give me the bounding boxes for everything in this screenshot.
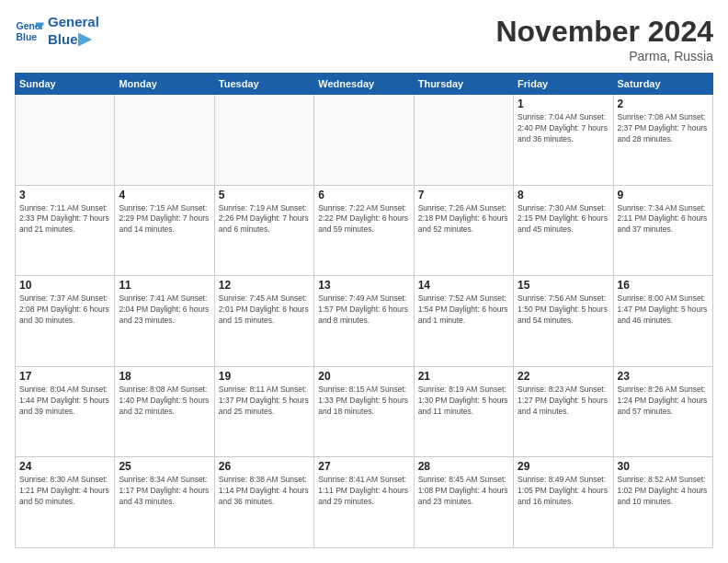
calendar-cell-w3-d5: 14Sunrise: 7:52 AM Sunset: 1:54 PM Dayli… [414, 276, 513, 367]
calendar-cell-w1-d5 [414, 95, 513, 186]
calendar-cell-w5-d7: 30Sunrise: 8:52 AM Sunset: 1:02 PM Dayli… [613, 457, 712, 548]
day-info: Sunrise: 7:22 AM Sunset: 2:22 PM Dayligh… [318, 203, 409, 236]
calendar-cell-w2-d3: 5Sunrise: 7:19 AM Sunset: 2:26 PM Daylig… [214, 185, 313, 276]
week-row-3: 10Sunrise: 7:37 AM Sunset: 2:08 PM Dayli… [16, 276, 713, 367]
day-info: Sunrise: 8:19 AM Sunset: 1:30 PM Dayligh… [418, 385, 509, 418]
svg-text:Blue: Blue [17, 32, 38, 42]
day-number: 18 [119, 370, 210, 383]
calendar-cell-w2-d1: 3Sunrise: 7:11 AM Sunset: 2:33 PM Daylig… [16, 185, 115, 276]
day-number: 2 [618, 98, 709, 110]
logo-text-line1: General [48, 15, 99, 30]
calendar-cell-w2-d7: 9Sunrise: 7:34 AM Sunset: 2:11 PM Daylig… [613, 185, 712, 276]
header-sunday: Sunday [16, 74, 115, 95]
day-info: Sunrise: 7:37 AM Sunset: 2:08 PM Dayligh… [19, 293, 110, 327]
calendar-cell-w3-d2: 11Sunrise: 7:41 AM Sunset: 2:04 PM Dayli… [115, 276, 214, 367]
calendar-cell-w5-d5: 28Sunrise: 8:45 AM Sunset: 1:08 PM Dayli… [414, 457, 513, 548]
day-number: 11 [119, 279, 210, 292]
day-info: Sunrise: 8:38 AM Sunset: 1:14 PM Dayligh… [219, 475, 310, 508]
day-number: 4 [119, 189, 210, 201]
week-row-5: 24Sunrise: 8:30 AM Sunset: 1:21 PM Dayli… [16, 457, 713, 548]
header: General Blue General Blue▶ November 2024… [15, 15, 713, 63]
day-number: 29 [518, 460, 609, 473]
calendar-cell-w3-d4: 13Sunrise: 7:49 AM Sunset: 1:57 PM Dayli… [314, 276, 414, 367]
day-number: 16 [618, 279, 709, 292]
day-number: 23 [618, 370, 709, 383]
day-number: 5 [219, 189, 310, 201]
day-number: 10 [19, 279, 110, 292]
day-number: 24 [19, 460, 110, 473]
day-number: 21 [418, 370, 509, 383]
calendar-cell-w4-d7: 23Sunrise: 8:26 AM Sunset: 1:24 PM Dayli… [613, 366, 712, 457]
day-info: Sunrise: 7:45 AM Sunset: 2:01 PM Dayligh… [219, 293, 310, 327]
day-info: Sunrise: 8:49 AM Sunset: 1:05 PM Dayligh… [518, 475, 609, 508]
day-info: Sunrise: 7:11 AM Sunset: 2:33 PM Dayligh… [19, 203, 110, 236]
day-number: 3 [19, 189, 110, 201]
day-number: 14 [418, 279, 509, 292]
day-number: 8 [518, 189, 609, 201]
calendar-cell-w5-d4: 27Sunrise: 8:41 AM Sunset: 1:11 PM Dayli… [314, 457, 414, 548]
calendar-cell-w1-d2 [115, 95, 214, 186]
calendar-cell-w2-d5: 7Sunrise: 7:26 AM Sunset: 2:18 PM Daylig… [414, 185, 513, 276]
day-info: Sunrise: 8:08 AM Sunset: 1:40 PM Dayligh… [119, 385, 210, 418]
day-info: Sunrise: 8:52 AM Sunset: 1:02 PM Dayligh… [618, 475, 709, 508]
logo-icon: General Blue [15, 17, 44, 46]
day-info: Sunrise: 8:23 AM Sunset: 1:27 PM Dayligh… [518, 385, 609, 418]
day-number: 1 [518, 98, 609, 110]
calendar-cell-w5-d2: 25Sunrise: 8:34 AM Sunset: 1:17 PM Dayli… [115, 457, 214, 548]
header-thursday: Thursday [414, 74, 513, 95]
calendar-cell-w4-d4: 20Sunrise: 8:15 AM Sunset: 1:33 PM Dayli… [314, 366, 414, 457]
logo-text-line2: Blue▶ [48, 30, 99, 49]
header-saturday: Saturday [613, 74, 712, 95]
day-info: Sunrise: 8:00 AM Sunset: 1:47 PM Dayligh… [618, 293, 709, 327]
header-friday: Friday [514, 74, 613, 95]
day-info: Sunrise: 7:19 AM Sunset: 2:26 PM Dayligh… [219, 203, 310, 236]
calendar: Sunday Monday Tuesday Wednesday Thursday… [15, 73, 713, 548]
calendar-cell-w2-d2: 4Sunrise: 7:15 AM Sunset: 2:29 PM Daylig… [115, 185, 214, 276]
calendar-cell-w1-d1 [16, 95, 115, 186]
day-number: 30 [618, 460, 709, 473]
day-number: 22 [518, 370, 609, 383]
day-info: Sunrise: 7:08 AM Sunset: 2:37 PM Dayligh… [618, 112, 709, 145]
day-info: Sunrise: 7:34 AM Sunset: 2:11 PM Dayligh… [618, 203, 709, 236]
calendar-cell-w1-d7: 2Sunrise: 7:08 AM Sunset: 2:37 PM Daylig… [613, 95, 712, 186]
day-number: 27 [318, 460, 409, 473]
day-number: 6 [318, 189, 409, 201]
calendar-cell-w4-d3: 19Sunrise: 8:11 AM Sunset: 1:37 PM Dayli… [214, 366, 313, 457]
calendar-cell-w1-d6: 1Sunrise: 7:04 AM Sunset: 2:40 PM Daylig… [514, 95, 613, 186]
calendar-cell-w5-d1: 24Sunrise: 8:30 AM Sunset: 1:21 PM Dayli… [16, 457, 115, 548]
day-info: Sunrise: 7:52 AM Sunset: 1:54 PM Dayligh… [418, 293, 509, 327]
day-info: Sunrise: 8:11 AM Sunset: 1:37 PM Dayligh… [219, 385, 310, 418]
calendar-cell-w2-d4: 6Sunrise: 7:22 AM Sunset: 2:22 PM Daylig… [314, 185, 414, 276]
title-block: November 2024 Parma, Russia [495, 15, 713, 63]
calendar-cell-w1-d3 [214, 95, 313, 186]
day-info: Sunrise: 8:30 AM Sunset: 1:21 PM Dayligh… [19, 475, 110, 508]
day-number: 28 [418, 460, 509, 473]
day-info: Sunrise: 8:15 AM Sunset: 1:33 PM Dayligh… [318, 385, 409, 418]
calendar-cell-w4-d2: 18Sunrise: 8:08 AM Sunset: 1:40 PM Dayli… [115, 366, 214, 457]
day-number: 15 [518, 279, 609, 292]
page: General Blue General Blue▶ November 2024… [0, 0, 728, 563]
calendar-cell-w2-d6: 8Sunrise: 7:30 AM Sunset: 2:15 PM Daylig… [514, 185, 613, 276]
day-number: 26 [219, 460, 310, 473]
day-number: 19 [219, 370, 310, 383]
calendar-cell-w5-d6: 29Sunrise: 8:49 AM Sunset: 1:05 PM Dayli… [514, 457, 613, 548]
day-number: 25 [119, 460, 210, 473]
week-row-4: 17Sunrise: 8:04 AM Sunset: 1:44 PM Dayli… [16, 366, 713, 457]
day-info: Sunrise: 7:30 AM Sunset: 2:15 PM Dayligh… [518, 203, 609, 236]
week-row-1: 1Sunrise: 7:04 AM Sunset: 2:40 PM Daylig… [16, 95, 713, 186]
day-info: Sunrise: 8:04 AM Sunset: 1:44 PM Dayligh… [19, 385, 110, 418]
calendar-cell-w3-d6: 15Sunrise: 7:56 AM Sunset: 1:50 PM Dayli… [514, 276, 613, 367]
day-number: 9 [618, 189, 709, 201]
day-number: 20 [318, 370, 409, 383]
header-wednesday: Wednesday [314, 74, 414, 95]
day-info: Sunrise: 7:56 AM Sunset: 1:50 PM Dayligh… [518, 293, 609, 327]
calendar-cell-w4-d5: 21Sunrise: 8:19 AM Sunset: 1:30 PM Dayli… [414, 366, 513, 457]
day-info: Sunrise: 8:45 AM Sunset: 1:08 PM Dayligh… [418, 475, 509, 508]
day-info: Sunrise: 7:15 AM Sunset: 2:29 PM Dayligh… [119, 203, 210, 236]
day-info: Sunrise: 8:41 AM Sunset: 1:11 PM Dayligh… [318, 475, 409, 508]
day-number: 13 [318, 279, 409, 292]
weekday-header-row: Sunday Monday Tuesday Wednesday Thursday… [16, 74, 713, 95]
calendar-cell-w4-d6: 22Sunrise: 8:23 AM Sunset: 1:27 PM Dayli… [514, 366, 613, 457]
calendar-cell-w4-d1: 17Sunrise: 8:04 AM Sunset: 1:44 PM Dayli… [16, 366, 115, 457]
location: Parma, Russia [495, 49, 713, 63]
